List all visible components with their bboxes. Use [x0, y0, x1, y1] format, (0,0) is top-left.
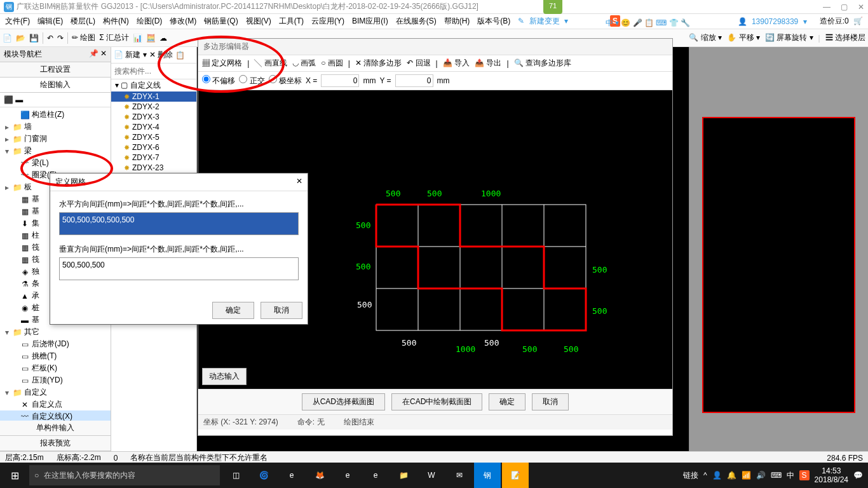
- task-view-icon[interactable]: ◫: [222, 463, 249, 488]
- tray-people-icon[interactable]: 👤: [712, 471, 722, 480]
- select-floor-button[interactable]: ☰ 选择楼层: [825, 32, 865, 43]
- taskbar-clock[interactable]: 14:532018/8/24: [815, 466, 848, 485]
- search-input[interactable]: [112, 65, 195, 78]
- tray-up-icon[interactable]: ^: [703, 471, 707, 480]
- menu-bim[interactable]: BIM应用(I): [349, 15, 391, 28]
- open-icon[interactable]: 📂: [16, 34, 25, 43]
- tree-item[interactable]: 🟦构造柱(Z): [0, 109, 111, 121]
- list-item[interactable]: ✸ ZDYX-3: [111, 112, 196, 122]
- list-root[interactable]: ▾ ▢ 自定义线: [111, 79, 196, 92]
- tree-item[interactable]: ✕自定义点: [0, 398, 111, 410]
- tree-item[interactable]: ▭挑檐(T): [0, 350, 111, 362]
- poly-ok-button[interactable]: 确定: [489, 393, 526, 410]
- undo-button[interactable]: ↶ 回退: [407, 58, 430, 69]
- no-offset-radio[interactable]: 不偏移: [202, 75, 235, 86]
- draw-in-cad-button[interactable]: 在CAD中绘制截面图: [391, 393, 482, 410]
- menu-tools[interactable]: 工具(T): [276, 15, 306, 28]
- ie-icon[interactable]: e: [334, 463, 361, 488]
- export-button[interactable]: 📤 导出: [475, 58, 501, 69]
- browser-icon[interactable]: 🦊: [306, 463, 333, 488]
- pan-button[interactable]: ✋ 平移 ▾: [727, 32, 760, 43]
- ortho-radio[interactable]: 正交: [239, 75, 264, 86]
- sum-button[interactable]: Σ 汇总计: [99, 32, 129, 43]
- zoom-button[interactable]: 🔍 缩放 ▾: [689, 32, 722, 43]
- tab-draw-input[interactable]: 绘图输入: [0, 78, 111, 93]
- search-library-button[interactable]: 🔍 查询多边形库: [514, 58, 571, 69]
- dialog-ok-button[interactable]: 确定: [212, 302, 254, 319]
- menu-edit[interactable]: 编辑(E): [35, 15, 65, 28]
- tree-item[interactable]: ▾📁自定义: [0, 386, 111, 398]
- maximize-button[interactable]: ▢: [841, 3, 848, 11]
- tree-item[interactable]: ▸📁门窗洞: [0, 133, 111, 145]
- edge-icon[interactable]: e: [278, 463, 305, 488]
- menu-component[interactable]: 构件(N): [100, 15, 132, 28]
- list-item[interactable]: ✸ ZDYX-7: [111, 152, 196, 163]
- ime-toolbar[interactable]: 中 ▾ 😊 🎤 📋 ⌨ 👕 🔧: [606, 18, 690, 29]
- tree-item[interactable]: 〰自定义线(X): [0, 410, 111, 421]
- new-icon[interactable]: 📄: [3, 34, 12, 43]
- draw-line-button[interactable]: ╲ 画直线: [254, 58, 287, 69]
- tree-item[interactable]: ▭后浇带(JD): [0, 338, 111, 350]
- ie2-icon[interactable]: e: [362, 463, 389, 488]
- tray-ime[interactable]: 中: [787, 470, 794, 481]
- draw-button[interactable]: ✏ 绘图: [72, 32, 95, 43]
- app-icon[interactable]: 🌀: [250, 463, 277, 488]
- poly-cancel-button[interactable]: 取消: [532, 393, 569, 410]
- mail-icon[interactable]: ✉: [446, 463, 473, 488]
- menu-file[interactable]: 文件(F): [3, 15, 32, 28]
- tree-item[interactable]: ▸📁墙: [0, 121, 111, 133]
- tray-kbd-icon[interactable]: ⌨: [771, 471, 782, 480]
- list-item[interactable]: ✸ ZDYX-1: [111, 92, 196, 102]
- copy-icon[interactable]: 📋: [175, 51, 185, 60]
- menu-floor[interactable]: 楼层(L): [68, 15, 98, 28]
- taskbar-search[interactable]: ○ 在这里输入你要搜索的内容: [29, 465, 220, 485]
- list-item[interactable]: ✸ ZDYX-6: [111, 142, 196, 152]
- tab-report-preview[interactable]: 报表预览: [0, 436, 111, 451]
- tab-single-input[interactable]: 单构件输入: [0, 421, 111, 436]
- menu-version[interactable]: 版本号(B): [475, 15, 513, 28]
- redo-icon[interactable]: ↷: [57, 34, 64, 43]
- tree-item[interactable]: ▾📁其它: [0, 326, 111, 338]
- list-item[interactable]: ✸ ZDYX-2: [111, 102, 196, 112]
- save-icon[interactable]: 💾: [29, 34, 39, 43]
- menu-draw[interactable]: 绘图(D): [134, 15, 165, 28]
- x-input[interactable]: [321, 74, 359, 87]
- tree-item[interactable]: ▭栏板(K): [0, 362, 111, 374]
- word-icon[interactable]: W: [418, 463, 445, 488]
- start-button[interactable]: ⊞: [0, 470, 29, 482]
- polar-radio[interactable]: 极坐标: [269, 75, 302, 86]
- tray-sogou-icon[interactable]: S: [799, 470, 810, 480]
- link-label[interactable]: 链接: [683, 470, 698, 481]
- nav-icons[interactable]: ⬛ ▬: [0, 93, 111, 107]
- notification-icon[interactable]: 💬: [853, 471, 863, 480]
- menu-online[interactable]: 在线服务(S): [393, 15, 439, 28]
- dynamic-input-button[interactable]: 动态输入: [202, 368, 247, 385]
- delete-button[interactable]: ✕ 删除: [149, 50, 173, 60]
- user-label[interactable]: 13907298339: [749, 16, 801, 27]
- menu-cloud[interactable]: 云应用(Y): [309, 15, 347, 28]
- new-button[interactable]: 📄 新建 ▾: [114, 50, 147, 60]
- import-button[interactable]: 📥 导入: [443, 58, 470, 69]
- tree-item[interactable]: ▭压顶(YD): [0, 374, 111, 386]
- menu-modify[interactable]: 修改(M): [167, 15, 199, 28]
- draw-arc-button[interactable]: ◡ 画弧: [292, 58, 316, 69]
- y-input[interactable]: [395, 74, 433, 87]
- draw-circle-button[interactable]: ○ 画圆: [321, 58, 343, 69]
- tree-item[interactable]: ▾📁梁: [0, 145, 111, 157]
- h-spacing-input[interactable]: 500,500,500,500,500: [59, 212, 299, 235]
- pin-icon[interactable]: 📌 ✕: [89, 49, 107, 60]
- menu-view[interactable]: 视图(V): [243, 15, 274, 28]
- new-change-button[interactable]: 新建变更: [527, 15, 562, 27]
- dialog-cancel-button[interactable]: 取消: [261, 302, 302, 319]
- tray-vol-icon[interactable]: 🔊: [756, 471, 766, 480]
- dialog-close-icon[interactable]: ✕: [296, 177, 302, 187]
- undo-icon[interactable]: ↶: [47, 34, 53, 43]
- note-icon[interactable]: 📝: [502, 463, 529, 488]
- minimize-button[interactable]: —: [823, 3, 831, 11]
- rotate-button[interactable]: 🔄 屏幕旋转 ▾: [765, 32, 813, 43]
- tray-bell-icon[interactable]: 🔔: [727, 471, 736, 480]
- menu-rebar[interactable]: 钢筋量(Q): [201, 15, 240, 28]
- close-button[interactable]: ✕: [858, 3, 864, 11]
- v-spacing-input[interactable]: 500,500,500: [59, 257, 299, 280]
- define-grid-button[interactable]: ▦ 定义网格: [202, 58, 242, 69]
